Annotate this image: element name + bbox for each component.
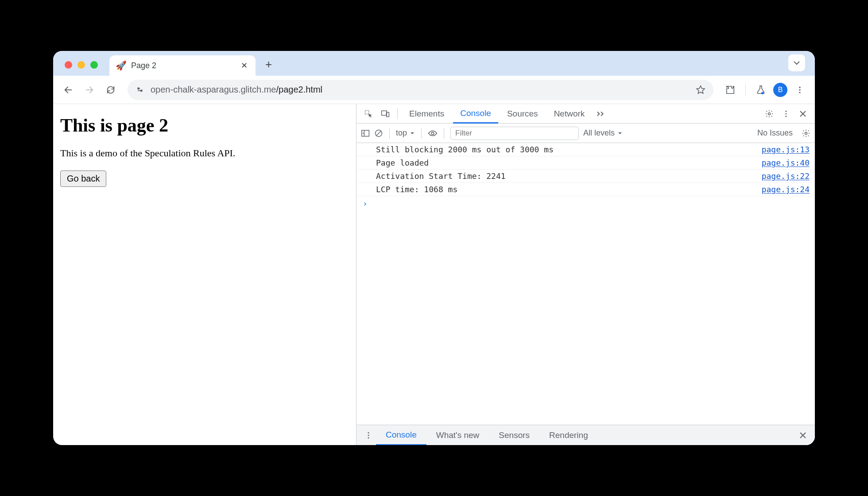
console-output: Still blocking 2000 ms out of 3000 ms pa… (356, 143, 815, 425)
tab-network[interactable]: Network (547, 104, 592, 123)
devtools-tabbar: Elements Console Sources Network (356, 104, 815, 124)
console-filter-input[interactable] (450, 127, 579, 140)
extensions-button[interactable] (721, 81, 739, 99)
console-log-row: Activation Start Time: 2241 page.js:22 (356, 170, 815, 183)
svg-point-15 (368, 432, 369, 433)
svg-rect-4 (365, 110, 369, 114)
arrow-right-icon (85, 85, 94, 95)
back-button[interactable] (59, 81, 77, 99)
console-prompt[interactable]: › (356, 196, 815, 211)
inspect-element-button[interactable] (361, 109, 376, 118)
device-toolbar-button[interactable] (378, 109, 393, 118)
svg-point-16 (368, 434, 369, 436)
chevron-double-right-icon (596, 111, 606, 117)
svg-point-17 (368, 437, 369, 438)
drawer-menu-button[interactable] (361, 431, 376, 440)
devtools-settings-button[interactable] (762, 109, 777, 118)
tab-sources[interactable]: Sources (500, 104, 545, 123)
svg-rect-5 (382, 111, 387, 115)
log-source-link[interactable]: page.js:13 (762, 145, 810, 154)
rocket-icon: 🚀 (116, 60, 127, 71)
issues-indicator[interactable]: No Issues (757, 128, 793, 138)
svg-point-1 (799, 86, 800, 88)
drawer-tab-rendering[interactable]: Rendering (539, 425, 598, 445)
page-heading: This is page 2 (60, 115, 349, 136)
tab-strip: 🚀 Page 2 ✕ + (53, 51, 815, 76)
tab-search-button[interactable] (788, 54, 805, 71)
close-tab-button[interactable]: ✕ (239, 61, 249, 70)
minimize-window-button[interactable] (78, 61, 85, 69)
log-levels-selector[interactable]: All levels (583, 128, 623, 138)
devtools-drawer: Console What's new Sensors Rendering (356, 425, 815, 445)
svg-point-8 (786, 110, 787, 112)
puzzle-icon (725, 85, 735, 95)
ban-icon (374, 129, 383, 138)
content-area: This is page 2 This is a demo of the Spe… (53, 104, 815, 445)
page-paragraph: This is a demo of the Speculation Rules … (60, 147, 349, 159)
console-toolbar: top All levels No Issues (356, 124, 815, 143)
context-selector[interactable]: top (396, 128, 415, 138)
log-message: Still blocking 2000 ms out of 3000 ms (376, 145, 762, 154)
drawer-tab-sensors[interactable]: Sensors (489, 425, 539, 445)
devtools-menu-button[interactable] (779, 109, 794, 118)
url-text: open-chalk-asparagus.glitch.me/page2.htm… (151, 85, 322, 95)
address-bar[interactable]: open-chalk-asparagus.glitch.me/page2.htm… (128, 80, 713, 100)
devices-icon (380, 109, 390, 118)
reload-icon (106, 85, 116, 95)
devtools-panel: Elements Console Sources Network (356, 104, 815, 445)
drawer-tab-whatsnew[interactable]: What's new (426, 425, 489, 445)
dots-vertical-icon (795, 85, 804, 94)
browser-toolbar: open-chalk-asparagus.glitch.me/page2.htm… (53, 76, 815, 104)
log-source-link[interactable]: page.js:22 (762, 171, 810, 181)
dots-vertical-icon (365, 431, 372, 440)
close-icon (799, 110, 806, 117)
console-log-row: Page loaded page.js:40 (356, 156, 815, 170)
profile-initial: B (778, 86, 783, 94)
context-label: top (396, 128, 407, 138)
toggle-sidebar-button[interactable] (361, 129, 370, 137)
log-levels-label: All levels (583, 128, 615, 138)
site-settings-icon[interactable] (136, 85, 144, 94)
more-tabs-button[interactable] (593, 111, 608, 117)
toolbar-divider (745, 84, 746, 96)
arrow-left-icon (63, 85, 73, 95)
inspect-icon (364, 109, 373, 118)
forward-button[interactable] (81, 81, 98, 99)
menu-button[interactable] (791, 81, 809, 99)
tab-elements[interactable]: Elements (402, 104, 451, 123)
tab-title: Page 2 (131, 61, 235, 70)
svg-point-9 (786, 113, 787, 114)
console-settings-button[interactable] (802, 129, 810, 138)
labs-button[interactable] (752, 81, 770, 99)
svg-point-3 (799, 92, 800, 93)
panel-left-icon (361, 129, 370, 137)
close-window-button[interactable] (65, 61, 72, 69)
flask-icon (756, 85, 766, 95)
drawer-close-button[interactable] (795, 432, 810, 439)
bookmark-button[interactable] (696, 85, 705, 95)
browser-tab[interactable]: 🚀 Page 2 ✕ (109, 55, 256, 76)
svg-point-13 (431, 132, 434, 135)
go-back-button[interactable]: Go back (60, 170, 106, 187)
tab-console[interactable]: Console (453, 105, 498, 124)
drawer-tab-console[interactable]: Console (376, 426, 426, 446)
log-source-link[interactable]: page.js:40 (762, 158, 810, 167)
chevron-down-icon (793, 59, 800, 66)
devtools-close-button[interactable] (795, 110, 810, 117)
console-log-row: Still blocking 2000 ms out of 3000 ms pa… (356, 143, 815, 156)
gear-icon (765, 109, 774, 118)
log-source-link[interactable]: page.js:24 (762, 185, 810, 194)
profile-button[interactable]: B (773, 83, 787, 97)
svg-point-14 (805, 132, 807, 134)
live-expression-button[interactable] (428, 129, 438, 137)
gear-icon (802, 129, 810, 138)
reload-button[interactable] (102, 81, 120, 99)
triangle-down-icon (410, 131, 415, 136)
dots-vertical-icon (783, 109, 790, 118)
eye-icon (428, 129, 438, 137)
fullscreen-window-button[interactable] (90, 61, 98, 69)
console-log-row: LCP time: 1068 ms page.js:24 (356, 183, 815, 196)
clear-console-button[interactable] (374, 129, 383, 138)
window-controls (58, 61, 105, 76)
new-tab-button[interactable]: + (256, 58, 282, 76)
